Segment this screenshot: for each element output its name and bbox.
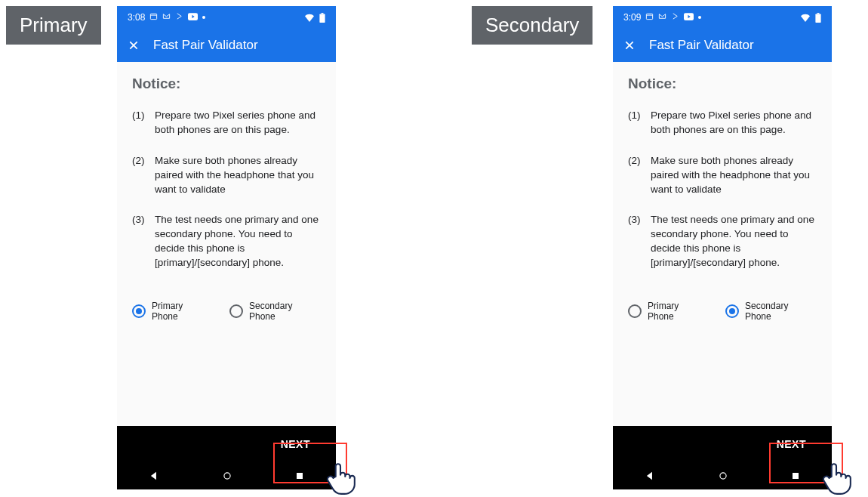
status-time: 3:08 bbox=[128, 12, 145, 23]
nav-recent-icon[interactable] bbox=[295, 471, 304, 480]
step-number: (2) bbox=[628, 154, 643, 197]
radio-icon bbox=[132, 304, 146, 318]
next-button[interactable]: NEXT bbox=[273, 434, 318, 455]
radio-secondary-phone[interactable]: Secondary Phone bbox=[725, 301, 817, 322]
nav-home-icon[interactable] bbox=[222, 471, 232, 481]
step-text: The test needs one primary and one secon… bbox=[651, 213, 817, 270]
step-number: (3) bbox=[132, 213, 147, 270]
radio-secondary-phone[interactable]: Secondary Phone bbox=[229, 301, 321, 322]
nav-recent-icon[interactable] bbox=[791, 471, 800, 480]
step-text: The test needs one primary and one secon… bbox=[155, 213, 321, 270]
notice-step: (3) The test needs one primary and one s… bbox=[132, 213, 321, 270]
radio-icon bbox=[725, 304, 739, 318]
phone-primary: 3:08 Fast Pa bbox=[117, 6, 336, 489]
svg-rect-8 bbox=[815, 14, 820, 23]
status-battery-icon bbox=[815, 13, 821, 23]
radio-label: Secondary Phone bbox=[249, 301, 321, 322]
tap-hand-icon bbox=[325, 461, 356, 495]
step-number: (1) bbox=[132, 109, 147, 137]
app-bar: Fast Pair Validator bbox=[613, 29, 832, 62]
status-dot-icon bbox=[698, 16, 701, 19]
phone-secondary: 3:09 Fast Pa bbox=[613, 6, 832, 489]
svg-rect-3 bbox=[322, 13, 324, 14]
status-cast-icon bbox=[175, 12, 183, 23]
radio-primary-phone[interactable]: Primary Phone bbox=[132, 301, 211, 322]
step-number: (1) bbox=[628, 109, 643, 137]
content-area: Notice: (1) Prepare two Pixel series pho… bbox=[117, 62, 336, 426]
radio-icon bbox=[229, 304, 243, 318]
status-dot-icon bbox=[202, 16, 205, 19]
step-text: Make sure both phones already paired wit… bbox=[155, 154, 321, 197]
step-text: Make sure both phones already paired wit… bbox=[651, 154, 817, 197]
status-wifi-icon bbox=[304, 14, 315, 22]
status-gmail-icon bbox=[162, 12, 171, 23]
slide-label-secondary: Secondary bbox=[472, 6, 593, 45]
bottom-bar: NEXT bbox=[613, 426, 832, 462]
notice-step: (3) The test needs one primary and one s… bbox=[628, 213, 817, 270]
status-cast-icon bbox=[671, 12, 679, 23]
bottom-bar: NEXT bbox=[117, 426, 336, 462]
app-title: Fast Pair Validator bbox=[649, 38, 754, 53]
radio-primary-phone[interactable]: Primary Phone bbox=[628, 301, 707, 322]
notice-step: (1) Prepare two Pixel series phone and b… bbox=[628, 109, 817, 137]
radio-icon bbox=[628, 304, 642, 318]
status-calendar-icon bbox=[149, 12, 158, 23]
step-number: (2) bbox=[132, 154, 147, 197]
status-battery-icon bbox=[319, 13, 325, 23]
status-calendar-icon bbox=[645, 12, 654, 23]
nav-home-icon[interactable] bbox=[718, 471, 728, 481]
svg-rect-11 bbox=[793, 473, 799, 479]
android-nav-bar bbox=[613, 462, 832, 489]
svg-rect-5 bbox=[297, 473, 303, 479]
notice-step: (1) Prepare two Pixel series phone and b… bbox=[132, 109, 321, 137]
svg-rect-6 bbox=[647, 14, 653, 19]
notice-step: (2) Make sure both phones already paired… bbox=[132, 154, 321, 197]
status-wifi-icon bbox=[800, 14, 811, 22]
svg-point-4 bbox=[224, 473, 230, 479]
nav-back-icon[interactable] bbox=[645, 471, 655, 481]
status-gmail-icon bbox=[658, 12, 666, 23]
notice-heading: Notice: bbox=[628, 76, 817, 92]
radio-label: Secondary Phone bbox=[745, 301, 817, 322]
next-button[interactable]: NEXT bbox=[769, 434, 814, 455]
status-youtube-icon bbox=[188, 12, 198, 23]
radio-label: Primary Phone bbox=[648, 301, 707, 322]
android-nav-bar bbox=[117, 462, 336, 489]
close-icon[interactable] bbox=[623, 39, 636, 51]
svg-rect-0 bbox=[151, 14, 157, 19]
step-text: Prepare two Pixel series phone and both … bbox=[651, 109, 817, 137]
radio-label: Primary Phone bbox=[152, 301, 211, 322]
svg-point-10 bbox=[720, 473, 726, 479]
step-text: Prepare two Pixel series phone and both … bbox=[155, 109, 321, 137]
svg-rect-9 bbox=[817, 13, 820, 14]
status-youtube-icon bbox=[684, 12, 694, 23]
app-bar: Fast Pair Validator bbox=[117, 29, 336, 62]
app-title: Fast Pair Validator bbox=[153, 38, 258, 53]
close-icon[interactable] bbox=[128, 39, 140, 51]
content-area: Notice: (1) Prepare two Pixel series pho… bbox=[613, 62, 832, 426]
status-time: 3:09 bbox=[623, 12, 641, 23]
nav-back-icon[interactable] bbox=[149, 471, 159, 481]
notice-step: (2) Make sure both phones already paired… bbox=[628, 154, 817, 197]
status-bar: 3:08 bbox=[117, 6, 336, 29]
tap-hand-icon bbox=[820, 461, 852, 495]
status-bar: 3:09 bbox=[613, 6, 832, 29]
svg-rect-2 bbox=[319, 14, 325, 23]
slide-label-primary: Primary bbox=[6, 6, 101, 45]
step-number: (3) bbox=[628, 213, 643, 270]
notice-heading: Notice: bbox=[132, 76, 321, 92]
